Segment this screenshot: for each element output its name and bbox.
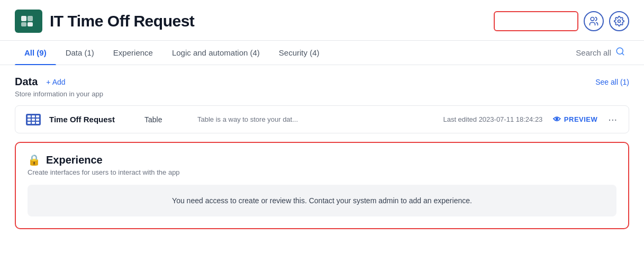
experience-access-box: You need access to create or review this…: [28, 185, 616, 216]
data-section-subtitle: Store information in your app: [15, 90, 629, 98]
search-all-area: Search all: [572, 47, 629, 59]
search-icon[interactable]: [615, 47, 625, 59]
table-icon: [25, 114, 42, 125]
svg-line-7: [622, 53, 623, 55]
data-row-type: Table: [144, 115, 197, 124]
tab-data[interactable]: Data (1): [56, 41, 104, 65]
experience-title-row: 🔒 Experience: [28, 153, 616, 166]
svg-rect-1: [28, 16, 33, 21]
data-row-name: Time Off Request: [49, 115, 144, 124]
more-options-button[interactable]: ···: [606, 113, 619, 125]
add-data-button[interactable]: + Add: [43, 77, 68, 87]
experience-title: Experience: [46, 154, 103, 166]
tab-security[interactable]: Security (4): [269, 41, 329, 65]
tabs-bar: All (9) Data (1) Experience Logic and au…: [0, 41, 644, 65]
svg-rect-3: [28, 22, 33, 26]
header: IT Time Off Request: [0, 0, 644, 41]
tab-all[interactable]: All (9): [15, 41, 56, 65]
tab-experience[interactable]: Experience: [104, 41, 162, 65]
tab-logic[interactable]: Logic and automation (4): [162, 41, 269, 65]
header-left: IT Time Off Request: [15, 10, 194, 33]
header-search-input[interactable]: [494, 11, 578, 31]
experience-subtitle: Create interfaces for users to interact …: [28, 168, 616, 176]
svg-rect-2: [21, 22, 26, 26]
app-title: IT Time Off Request: [50, 12, 194, 30]
eye-icon: 👁: [553, 115, 561, 124]
svg-point-4: [591, 17, 594, 21]
header-right: [494, 11, 629, 31]
search-all-label: Search all: [576, 48, 611, 57]
see-all-link[interactable]: See all (1): [595, 78, 629, 86]
settings-icon-button[interactable]: [609, 11, 629, 31]
data-row-last-edited: Last edited 2023-07-11 18:24:23: [443, 115, 542, 123]
data-section-header: Data + Add See all (1): [15, 76, 629, 88]
app-icon: [15, 10, 42, 33]
svg-point-5: [618, 20, 621, 23]
users-icon-button[interactable]: [584, 11, 604, 31]
data-section-title: Data: [15, 76, 38, 88]
experience-section: 🔒 Experience Create interfaces for users…: [15, 142, 629, 229]
experience-access-message: You need access to create or review this…: [172, 196, 472, 205]
data-section-title-row: Data + Add: [15, 76, 69, 88]
data-row-description: Table is a way to store your dat...: [197, 115, 443, 123]
svg-rect-0: [21, 16, 26, 21]
preview-link[interactable]: 👁 PREVIEW: [553, 115, 597, 124]
lock-icon: 🔒: [28, 153, 41, 166]
table-row: Time Off Request Table Table is a way to…: [15, 105, 629, 133]
main-content: Data + Add See all (1) Store information…: [0, 65, 644, 242]
